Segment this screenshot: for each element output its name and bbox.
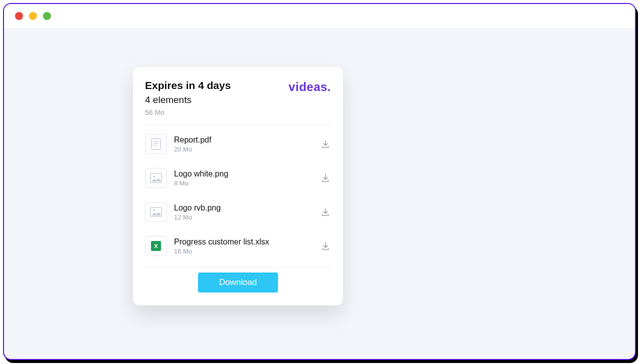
download-button[interactable]: Download [198, 272, 278, 292]
file-row: Report.pdf 20 Mo [145, 127, 331, 161]
minimize-window-button[interactable] [29, 12, 37, 20]
app-window: Expires in 4 days 4 elements 56 Mo videa… [3, 3, 636, 360]
file-row: X Progress customer list.xlsx 16 Mo [145, 229, 331, 263]
maximize-window-button[interactable] [43, 12, 51, 20]
file-row: Logo white.png 8 Mo [145, 161, 331, 195]
file-name: Logo white.png [174, 169, 313, 178]
file-name: Progress customer list.xlsx [174, 237, 313, 246]
svg-point-7 [153, 210, 155, 212]
document-icon [145, 134, 167, 154]
file-row: Logo rvb.png 12 Mo [145, 195, 331, 229]
download-card: Expires in 4 days 4 elements 56 Mo videa… [133, 67, 343, 306]
image-icon [145, 202, 167, 222]
element-count: 4 elements [145, 94, 231, 106]
total-size: 56 Mo [145, 108, 231, 116]
download-icon[interactable] [320, 206, 331, 218]
titlebar [4, 4, 635, 28]
download-icon[interactable] [320, 240, 331, 252]
download-icon[interactable] [320, 138, 331, 150]
file-size: 20 Mo [174, 146, 313, 153]
expiry-text: Expires in 4 days [145, 79, 231, 92]
divider [145, 124, 331, 125]
spreadsheet-icon: X [145, 236, 167, 256]
file-name: Logo rvb.png [174, 203, 313, 212]
divider [145, 267, 331, 268]
card-header: Expires in 4 days 4 elements 56 Mo videa… [145, 79, 331, 120]
download-icon[interactable] [320, 172, 331, 184]
file-size: 8 Mo [174, 180, 313, 187]
svg-rect-0 [152, 138, 160, 150]
image-icon [145, 168, 167, 188]
svg-point-5 [153, 176, 155, 178]
close-window-button[interactable] [15, 12, 23, 20]
file-name: Report.pdf [174, 135, 313, 144]
brand-logo: videas. [288, 80, 331, 94]
file-size: 16 Mo [174, 248, 313, 255]
file-size: 12 Mo [174, 214, 313, 221]
